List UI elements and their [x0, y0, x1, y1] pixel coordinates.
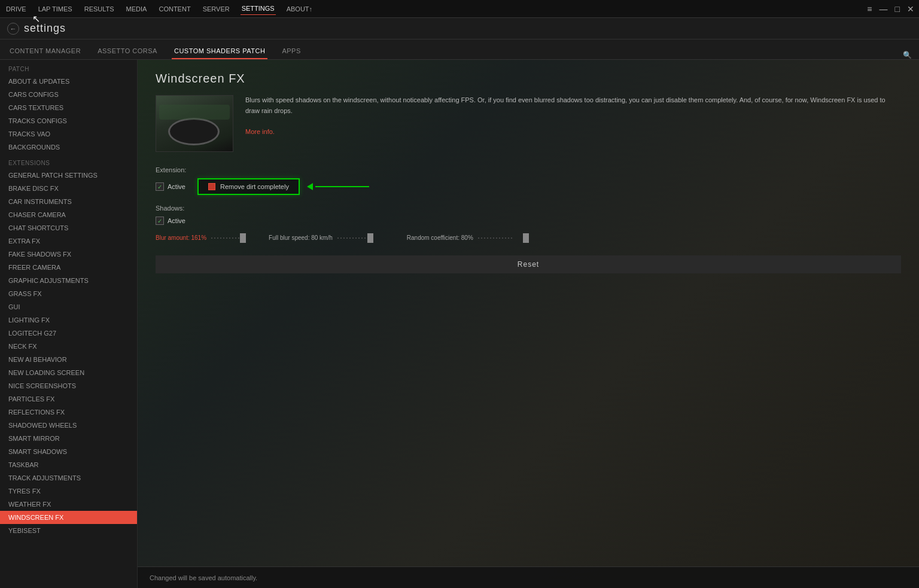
dot — [487, 237, 488, 239]
sidebar-label: GENERAL PATCH SETTINGS — [8, 172, 98, 179]
tab-custom-shaders-patch[interactable]: CUSTOM SHADERS PATCH — [172, 44, 267, 59]
titlebar-controls: ≡ — □ ✕ — [867, 4, 914, 14]
sidebar-item-windscreen-fx[interactable]: WINDSCREEN FX — [0, 511, 137, 524]
full-blur-speed-track[interactable] — [337, 236, 397, 240]
random-coeff-track[interactable] — [478, 236, 538, 240]
nav-results[interactable]: RESULTS — [83, 3, 115, 15]
sidebar-item-tyres-fx[interactable]: TYRES FX — [0, 485, 137, 498]
sidebar-item-graphic-adjustments[interactable]: GRAPHIC ADJUSTMENTS — [0, 274, 137, 287]
maximize-icon[interactable]: □ — [895, 4, 900, 14]
sidebar-label: REFLECTIONS FX — [8, 409, 65, 416]
reset-button[interactable]: Reset — [156, 255, 901, 273]
sidebar-item-yebisest[interactable]: YEBISEST — [0, 524, 137, 537]
nav-media[interactable]: MEDIA — [125, 3, 148, 15]
back-button[interactable]: ← — [7, 23, 19, 35]
sidebar-item-extra-fx[interactable]: EXTRA FX — [0, 234, 137, 248]
shadows-active-group: Active — [156, 217, 185, 225]
titlebar-nav: DRIVE LAP TIMES RESULTS MEDIA CONTENT SE… — [5, 2, 314, 15]
footer-bar: Changed will be saved automatically. — [138, 566, 919, 588]
sidebar-item-grass-fx[interactable]: GRASS FX — [0, 287, 137, 300]
settings-header: ← settings — [0, 18, 919, 39]
sidebar-item-shadowed-wheels[interactable]: SHADOWED WHEELS — [0, 419, 137, 432]
green-arrow-indicator — [307, 183, 369, 190]
nav-drive[interactable]: DRIVE — [5, 3, 28, 15]
more-info-link[interactable]: More info. — [245, 128, 275, 135]
sidebar-label: TRACKS CONFIGS — [8, 117, 67, 124]
sidebar-label: SMART MIRROR — [8, 435, 60, 442]
sidebar-label: EXTRA FX — [8, 237, 40, 245]
nav-settings[interactable]: SETTINGS — [241, 2, 276, 15]
sidebar-item-neck-fx[interactable]: NECK FX — [0, 340, 137, 353]
sidebar-label: SMART SHADOWS — [8, 448, 67, 455]
sidebar-item-lighting-fx[interactable]: LIGHTING FX — [0, 313, 137, 327]
tab-assetto-corsa[interactable]: ASSETTO CORSA — [95, 44, 160, 59]
sidebar-item-general-patch-settings[interactable]: GENERAL PATCH SETTINGS — [0, 169, 137, 182]
sidebar-item-particles-fx[interactable]: PARTICLES FX — [0, 392, 137, 406]
dot — [496, 237, 497, 239]
arrow-head-icon — [307, 183, 313, 190]
dot — [493, 237, 494, 239]
sidebar-item-freer-camera[interactable]: FREER CAMERA — [0, 261, 137, 274]
extension-active-checkbox[interactable] — [156, 182, 164, 191]
nav-about[interactable]: ABOUT↑ — [285, 3, 314, 15]
dot — [499, 237, 500, 239]
remove-dirt-button[interactable]: Remove dirt completely — [197, 178, 300, 195]
sidebar-label: TASKBAR — [8, 461, 39, 468]
sidebar-item-car-instruments[interactable]: CAR INSTRUMENTS — [0, 195, 137, 208]
sidebar-item-taskbar[interactable]: TASKBAR — [0, 458, 137, 471]
sidebar-item-new-loading-screen[interactable]: NEW LOADING SCREEN — [0, 366, 137, 379]
blur-amount-dots — [211, 237, 239, 239]
nav-content[interactable]: CONTENT — [157, 3, 191, 15]
sidebar-item-brake-disc-fx[interactable]: BRAKE DISC FX — [0, 182, 137, 195]
sidebar-item-smart-mirror[interactable]: SMART MIRROR — [0, 432, 137, 445]
shadows-active-checkbox[interactable] — [156, 217, 164, 225]
sidebar-label: CARS TEXTURES — [8, 104, 63, 111]
dot — [511, 237, 512, 239]
sidebar-item-nice-screenshots[interactable]: NICE SCREENSHOTS — [0, 379, 137, 392]
shadows-section: Shadows: Active Blur amount: 161% — [156, 205, 901, 241]
blur-amount-label: Blur amount: 161% — [156, 234, 206, 241]
close-icon[interactable]: ✕ — [907, 4, 914, 14]
blur-amount-track[interactable] — [211, 236, 259, 240]
extension-active-label: Active — [168, 183, 185, 190]
search-button[interactable]: 🔍 — [903, 51, 912, 59]
sidebar-item-weather-fx[interactable]: WEATHER FX — [0, 498, 137, 511]
sidebar-item-about-updates[interactable]: ABOUT & UPDATES — [0, 75, 137, 88]
sidebar-item-chat-shortcuts[interactable]: CHAT SHORTCUTS — [0, 221, 137, 234]
sidebar-label: WEATHER FX — [8, 501, 51, 508]
sidebar-item-tracks-vao[interactable]: TRACKS VAO — [0, 127, 137, 141]
sidebar-item-tracks-configs[interactable]: TRACKS CONFIGS — [0, 114, 137, 127]
sidebar-item-track-adjustments[interactable]: TRACK ADJUSTMENTS — [0, 471, 137, 485]
sidebar-item-new-ai-behavior[interactable]: NEW AI BEHAVIOR — [0, 353, 137, 366]
sidebar-item-reflections-fx[interactable]: REFLECTIONS FX — [0, 406, 137, 419]
nav-laptimes[interactable]: LAP TIMES — [37, 3, 74, 15]
sidebar-item-backgrounds[interactable]: BACKGROUNDS — [0, 141, 137, 154]
blur-amount-thumb[interactable] — [240, 233, 246, 243]
random-coeff-dots — [478, 237, 512, 239]
random-coeff-thumb[interactable] — [523, 233, 529, 243]
dot — [346, 237, 348, 239]
titlebar: DRIVE LAP TIMES RESULTS MEDIA CONTENT SE… — [0, 0, 919, 18]
sidebar-item-cars-textures[interactable]: CARS TEXTURES — [0, 101, 137, 114]
sidebar-label: CARS CONFIGS — [8, 91, 59, 98]
dot — [502, 237, 503, 239]
sidebar-label: PARTICLES FX — [8, 395, 54, 403]
sidebar-label: NEW LOADING SCREEN — [8, 369, 84, 376]
tab-apps[interactable]: APPS — [279, 44, 303, 59]
nav-server[interactable]: SERVER — [202, 3, 231, 15]
sidebar-label: FREER CAMERA — [8, 264, 60, 271]
sidebar-label: NECK FX — [8, 343, 37, 350]
sidebar-item-fake-shadows-fx[interactable]: FAKE SHADOWS FX — [0, 248, 137, 261]
sidebar-item-logitech-g27[interactable]: LOGITECH G27 — [0, 327, 137, 340]
sidebar-item-cars-configs[interactable]: CARS CONFIGS — [0, 88, 137, 101]
sidebar-item-gui[interactable]: GUI — [0, 300, 137, 313]
sidebar-item-smart-shadows[interactable]: SMART SHADOWS — [0, 445, 137, 458]
menu-icon[interactable]: ≡ — [867, 4, 872, 14]
shadows-section-label: Shadows: — [156, 205, 901, 212]
dot — [343, 237, 345, 239]
dot — [352, 237, 354, 239]
sidebar-item-chaser-camera[interactable]: CHASER CAMERA — [0, 208, 137, 221]
full-blur-speed-thumb[interactable] — [367, 233, 373, 243]
tab-content-manager[interactable]: CONTENT MANAGER — [7, 44, 83, 59]
minimize-icon[interactable]: — — [880, 4, 888, 14]
